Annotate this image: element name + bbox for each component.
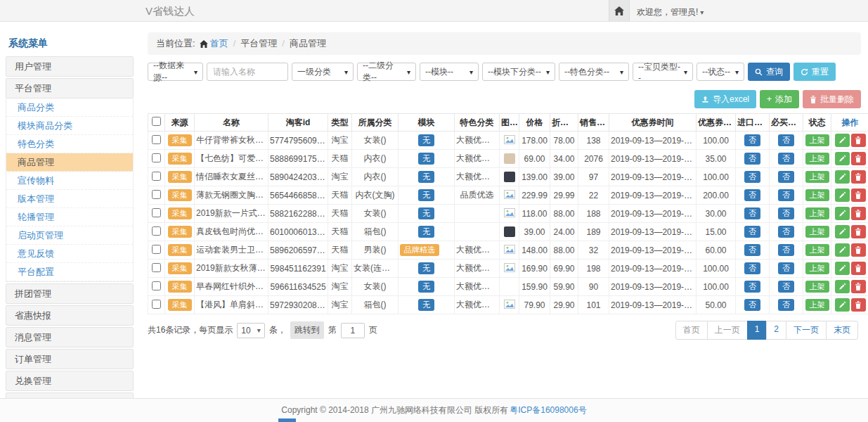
must-buy-badge[interactable]: 否 (778, 189, 794, 202)
sidebar-item[interactable]: 版本管理 (6, 190, 133, 208)
status-badge[interactable]: 上架 (805, 281, 829, 293)
status-badge[interactable]: 上架 (805, 262, 829, 275)
pager-button[interactable]: 2 (766, 321, 786, 340)
edit-button[interactable] (835, 134, 850, 147)
row-checkbox[interactable] (152, 208, 161, 217)
filter-status-select[interactable]: --状态--▾ (697, 63, 744, 81)
row-checkbox[interactable] (152, 281, 161, 290)
filter-level2-category-select[interactable]: --二级分类--▾ (357, 63, 416, 81)
import-badge[interactable]: 否 (744, 299, 760, 312)
row-checkbox[interactable] (152, 135, 161, 144)
sidebar-item[interactable]: 宣传物料 (6, 172, 133, 190)
home-button[interactable] (609, 0, 630, 21)
delete-button[interactable] (851, 188, 866, 202)
sidebar-section[interactable]: 拼团管理 (6, 283, 134, 304)
sidebar-section[interactable]: 省惠快报 (6, 305, 134, 326)
delete-button[interactable] (851, 152, 866, 165)
pager-button[interactable]: 首页 (675, 321, 708, 340)
sidebar-item[interactable]: 平台配置 (6, 263, 133, 281)
edit-button[interactable] (835, 188, 850, 202)
sidebar-item[interactable]: 轮播管理 (6, 208, 133, 226)
batch-delete-button[interactable]: 批量删除 (803, 90, 861, 108)
import-badge[interactable]: 否 (744, 207, 760, 220)
status-badge[interactable]: 上架 (805, 134, 829, 147)
page-number-input[interactable] (341, 323, 365, 338)
must-buy-badge[interactable]: 否 (778, 244, 794, 257)
row-checkbox[interactable] (152, 226, 161, 236)
import-badge[interactable]: 否 (744, 153, 760, 165)
status-badge[interactable]: 上架 (805, 189, 829, 202)
delete-button[interactable] (851, 225, 866, 238)
filter-level1-category-select[interactable]: 一级分类▾ (292, 63, 354, 81)
edit-button[interactable] (835, 262, 850, 275)
sidebar-item[interactable]: 商品分类 (6, 98, 133, 117)
row-checkbox[interactable] (152, 153, 161, 162)
add-button[interactable]: + 添加 (760, 90, 799, 108)
must-buy-badge[interactable]: 否 (778, 299, 794, 312)
must-buy-badge[interactable]: 否 (778, 171, 794, 184)
status-badge[interactable]: 上架 (805, 226, 829, 238)
edit-button[interactable] (835, 298, 850, 312)
per-page-select[interactable]: 10▾ (237, 323, 264, 338)
search-button[interactable]: 查询 (748, 63, 790, 81)
sidebar-section[interactable]: 平台管理 (6, 78, 134, 98)
sidebar-section[interactable]: 用户管理 (6, 56, 134, 77)
filter-module-select[interactable]: --模块--▾ (420, 63, 479, 81)
edit-button[interactable] (835, 170, 850, 184)
sidebar-item[interactable]: 启动页管理 (6, 226, 133, 245)
filter-data-source-select[interactable]: --数据来源--▾ (148, 63, 203, 81)
name-search-input[interactable] (207, 63, 288, 81)
import-badge[interactable]: 否 (744, 189, 760, 202)
edit-button[interactable] (835, 243, 850, 257)
user-menu[interactable]: 欢迎您，管理员!▾ (637, 6, 704, 18)
row-checkbox[interactable] (152, 172, 161, 181)
select-all-checkbox[interactable] (152, 117, 161, 126)
delete-button[interactable] (851, 243, 866, 257)
edit-button[interactable] (835, 207, 850, 220)
icp-link[interactable]: 粤ICP备16098006号 (510, 404, 586, 416)
import-badge[interactable]: 否 (744, 244, 760, 257)
must-buy-badge[interactable]: 否 (778, 226, 794, 238)
must-buy-badge[interactable]: 否 (778, 262, 794, 275)
delete-button[interactable] (851, 134, 866, 147)
import-excel-button[interactable]: 导入excel (694, 90, 756, 108)
sidebar-item[interactable]: 特色分类 (6, 135, 133, 153)
filter-feature-category-select[interactable]: --特色分类--▾ (559, 63, 629, 81)
edit-button[interactable] (835, 225, 850, 238)
pager-button[interactable]: 末页 (826, 321, 858, 340)
delete-button[interactable] (851, 170, 866, 184)
sidebar-item[interactable]: 商品管理 (6, 153, 133, 172)
import-badge[interactable]: 否 (744, 281, 760, 293)
status-badge[interactable]: 上架 (805, 171, 829, 184)
must-buy-badge[interactable]: 否 (778, 134, 794, 147)
edit-button[interactable] (835, 152, 850, 165)
import-badge[interactable]: 否 (744, 226, 760, 238)
status-badge[interactable]: 上架 (805, 244, 829, 257)
delete-button[interactable] (851, 207, 866, 220)
import-badge[interactable]: 否 (744, 262, 760, 275)
sidebar-section[interactable]: 兑换管理 (6, 371, 134, 391)
must-buy-badge[interactable]: 否 (778, 153, 794, 165)
breadcrumb-home-link[interactable]: 首页 (210, 38, 228, 49)
jump-to-button[interactable]: 跳转到 (290, 321, 324, 339)
sidebar-section[interactable]: 消息管理 (6, 327, 134, 347)
row-checkbox[interactable] (152, 245, 161, 254)
status-badge[interactable]: 上架 (805, 299, 829, 312)
pager-button[interactable]: 1 (747, 321, 767, 340)
delete-button[interactable] (851, 262, 866, 275)
edit-button[interactable] (835, 280, 850, 293)
delete-button[interactable] (851, 280, 866, 293)
must-buy-badge[interactable]: 否 (778, 281, 794, 293)
pager-button[interactable]: 下一页 (786, 321, 827, 340)
filter-item-type-select[interactable]: --宝贝类型--▾ (633, 63, 693, 81)
row-checkbox[interactable] (152, 263, 161, 272)
sidebar-item[interactable]: 模块商品分类 (6, 117, 133, 135)
import-badge[interactable]: 否 (744, 171, 760, 184)
sidebar-section[interactable]: 订单管理 (6, 349, 134, 369)
status-badge[interactable]: 上架 (805, 153, 829, 165)
sidebar-item[interactable]: 意见反馈 (6, 245, 133, 263)
row-checkbox[interactable] (152, 300, 161, 309)
import-badge[interactable]: 否 (744, 134, 760, 147)
pager-button[interactable]: 上一页 (707, 321, 748, 340)
row-checkbox[interactable] (152, 190, 161, 199)
